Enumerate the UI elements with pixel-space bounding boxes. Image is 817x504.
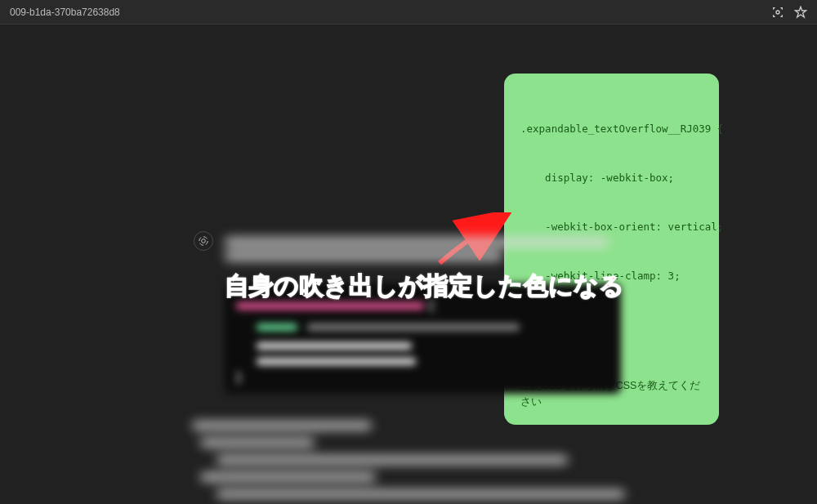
url-fragment: 009-b1da-370ba72638d8 [10,7,120,18]
camera-frame-icon[interactable] [771,6,784,19]
ai-response-lower-blurred [192,413,625,504]
ai-response-blurred [225,233,621,265]
svg-point-0 [776,11,779,14]
code-line: display: -webkit-box; [520,170,703,186]
ai-avatar-icon [194,231,213,251]
star-icon[interactable] [794,6,807,19]
code-line: .expandable_textOverflow__RJ039 { [520,121,703,137]
code-line: -webkit-line-clamp: 3; [520,268,703,284]
browser-actions [771,6,807,19]
main-content: .expandable_textOverflow__RJ039 { displa… [0,25,817,504]
ai-code-block-blurred: { } [225,283,621,394]
svg-point-2 [202,239,206,243]
browser-address-bar: 009-b1da-370ba72638d8 [0,0,817,25]
